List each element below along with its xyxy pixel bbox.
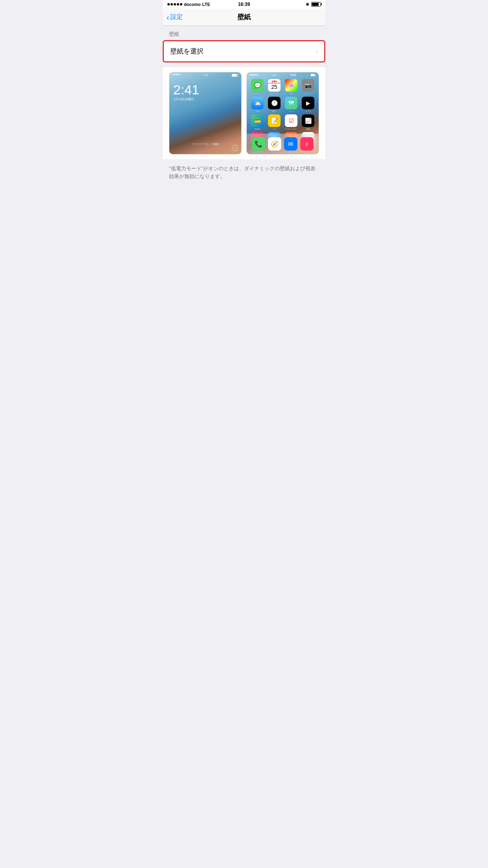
reminders-icon: ☑ xyxy=(285,114,297,127)
home-signal-dots xyxy=(250,74,257,75)
status-right: ✱ xyxy=(306,2,321,7)
lock-time-display: 2:41 1月10日水曜日 xyxy=(169,77,241,101)
signal-dot-3 xyxy=(174,3,176,6)
calendar-icon: 金曜日 25 xyxy=(268,79,281,92)
camera-label: カメラ xyxy=(305,92,311,95)
signal-dots xyxy=(167,3,182,6)
dock-safari: 🧭 xyxy=(268,137,281,151)
lock-signal-dots xyxy=(172,74,180,77)
mini-dot-2 xyxy=(174,74,175,75)
footnote: "低電力モード"がオンのときは、ダイナミックの壁紙および視差効果が無効になります… xyxy=(163,159,325,186)
home-mini-battery xyxy=(311,74,316,76)
status-bar: docomo LTE 16:39 ✱ xyxy=(163,0,325,9)
home-mini-dot-1 xyxy=(250,74,251,75)
app-messages: 💬 メッセージ xyxy=(250,79,265,95)
lock-screen-overlay: LTE 2:41 1月10日水曜日 スライドでロック解除 ⊙ xyxy=(169,72,241,154)
status-left: docomo LTE xyxy=(167,2,210,7)
home-mini-network: LTE xyxy=(272,74,276,76)
maps-icon: 🗺 xyxy=(285,97,297,109)
notes-icon: 📝 xyxy=(268,114,281,127)
home-mini-dot-5 xyxy=(256,74,257,75)
signal-dot-2 xyxy=(171,3,173,6)
back-chevron-icon: ‹ xyxy=(167,13,169,21)
lock-camera-icon: ⊙ xyxy=(232,145,238,151)
home-mini-dot-2 xyxy=(251,74,253,75)
mini-dot-1 xyxy=(172,74,174,75)
weather-icon: ⛅ xyxy=(251,97,264,109)
dock-phone: 📞 xyxy=(252,137,265,151)
app-photos: 🌸 写真 xyxy=(284,79,299,95)
wallpaper-previews: LTE 2:41 1月10日水曜日 スライドでロック解除 ⊙ xyxy=(163,67,325,159)
lock-time: 2:41 xyxy=(173,83,241,96)
lock-screen-preview[interactable]: LTE 2:41 1月10日水曜日 スライドでロック解除 ⊙ xyxy=(169,72,242,154)
weather-label: 天気 xyxy=(255,110,259,112)
messages-icon: 💬 xyxy=(251,79,264,92)
app-videos: ▶ ビデオ xyxy=(301,97,316,112)
reminders-label: リマインダー xyxy=(285,128,297,130)
photos-label: 写真 xyxy=(289,92,293,95)
lock-mini-right xyxy=(232,74,238,77)
home-mini-dot-4 xyxy=(255,74,256,75)
select-wallpaper-label: 壁紙を選択 xyxy=(170,47,204,56)
calendar-label: カレンダー xyxy=(270,92,279,95)
back-label: 設定 xyxy=(170,13,183,21)
lock-mini-battery-fill xyxy=(232,74,237,76)
wallet-label: Wallet xyxy=(255,128,260,130)
back-button[interactable]: ‹ 設定 xyxy=(167,13,183,21)
notes-label: メモ xyxy=(272,128,276,130)
section-label: 壁紙 xyxy=(163,26,325,40)
videos-label: ビデオ xyxy=(305,110,311,112)
select-wallpaper-container: 壁紙を選択 › xyxy=(163,40,325,63)
home-mini-dot-3 xyxy=(253,74,254,75)
home-mini-status: LTE 9:41 xyxy=(247,72,319,77)
mini-dot-3 xyxy=(176,74,177,75)
clock-icon: 🕐 xyxy=(268,97,281,109)
signal-dot-4 xyxy=(177,3,179,6)
app-camera: 📷 カメラ xyxy=(301,79,316,95)
status-time: 16:39 xyxy=(238,2,250,7)
home-mini-battery-fill xyxy=(311,74,314,76)
lock-date: 1月10日水曜日 xyxy=(173,97,241,101)
signal-dot-5 xyxy=(180,3,182,6)
select-wallpaper-row[interactable]: 壁紙を選択 › xyxy=(164,41,324,61)
wallet-icon: 💳 xyxy=(251,114,264,127)
lock-slide-text: スライドでロック解除 xyxy=(169,142,241,146)
chevron-right-icon: › xyxy=(316,48,318,55)
home-mini-right xyxy=(311,74,316,76)
maps-label: マップ xyxy=(288,110,294,112)
stocks-icon: 📈 xyxy=(302,114,314,127)
carrier-label: docomo xyxy=(184,2,201,7)
nav-title: 壁紙 xyxy=(237,13,251,22)
signal-dot-1 xyxy=(167,3,170,6)
messages-label: メッセージ xyxy=(253,92,262,95)
app-maps: 🗺 マップ xyxy=(284,97,299,112)
app-weather: ⛅ 天気 xyxy=(250,97,265,112)
home-screen-preview[interactable]: LTE 9:41 💬 メッセージ 金曜日 25 xyxy=(246,72,319,154)
battery-indicator xyxy=(311,2,321,7)
home-dock: 📞 🧭 ✉ ♪ xyxy=(247,134,319,154)
stocks-label: 株価 xyxy=(306,128,310,130)
dock-mail: ✉ xyxy=(284,137,297,151)
app-clock: 🕐 時計 xyxy=(267,97,282,112)
dock-music: ♪ xyxy=(300,137,314,151)
camera-icon: 📷 xyxy=(302,79,314,92)
clock-label: 時計 xyxy=(272,110,276,112)
bluetooth-icon: ✱ xyxy=(306,2,309,7)
lock-mini-network: LTE xyxy=(204,74,208,77)
battery-fill xyxy=(312,3,319,6)
photos-icon: 🌸 xyxy=(285,79,297,92)
app-notes: 📝 メモ xyxy=(267,114,282,130)
home-mini-time: 9:41 xyxy=(291,74,296,76)
videos-icon: ▶ xyxy=(302,97,314,109)
mini-dot-4 xyxy=(177,74,178,75)
nav-bar: ‹ 設定 壁紙 xyxy=(163,9,325,26)
app-reminders: ☑ リマインダー xyxy=(284,114,299,130)
app-calendar: 金曜日 25 カレンダー xyxy=(267,79,282,95)
app-wallet: 💳 Wallet xyxy=(250,114,265,130)
lock-mini-status: LTE xyxy=(169,72,241,77)
home-screen-overlay: LTE 9:41 💬 メッセージ 金曜日 25 xyxy=(247,72,319,154)
network-label: LTE xyxy=(202,2,210,7)
app-stocks: 📈 株価 xyxy=(301,114,316,130)
mini-dot-5 xyxy=(179,74,180,75)
